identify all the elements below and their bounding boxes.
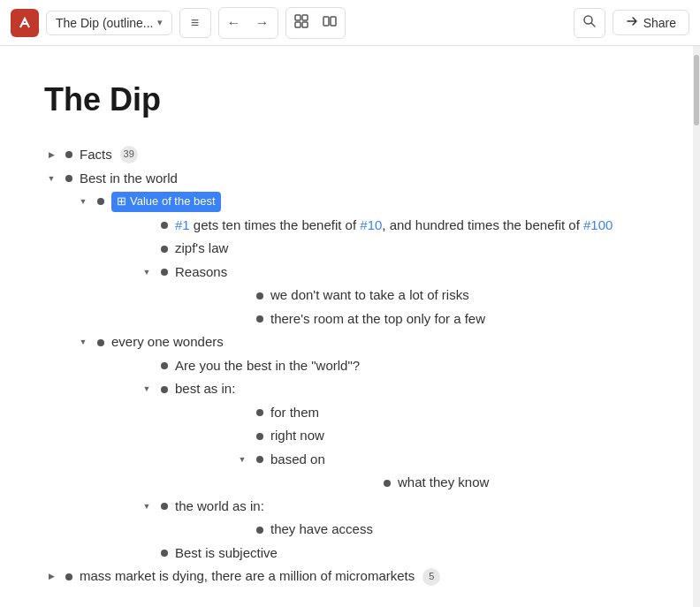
toggle-placeholder: [235, 289, 249, 303]
facts-text: Facts: [80, 145, 112, 165]
toggle-value-of-best[interactable]: [76, 194, 90, 209]
tree-item-for-them: for them: [140, 401, 658, 425]
link-hash10[interactable]: #10: [360, 217, 382, 232]
toggle-best-in-world[interactable]: [44, 171, 58, 186]
toggle-placeholder: [235, 523, 249, 537]
svg-rect-1: [295, 15, 301, 20]
toolbar-left: The Dip (outline... ▾ ≡ ← →: [11, 7, 567, 39]
menu-button[interactable]: ≡: [179, 8, 211, 38]
best-in-world-text: Best in the world: [80, 169, 178, 189]
tree-item-what-they-know: what they know: [235, 471, 658, 495]
bullet-no-risks: [256, 292, 263, 300]
bullet-world-as-in: [161, 503, 168, 510]
doc-title-button[interactable]: The Dip (outline... ▾: [46, 11, 172, 35]
svg-rect-2: [302, 15, 308, 20]
every-one-wonders-text: every one wonders: [111, 332, 224, 353]
chevron-down-icon: ▾: [157, 17, 163, 28]
bullet-what-they-know: [384, 480, 391, 487]
bullet-best-as-in: [161, 386, 168, 393]
view-mode-button-2[interactable]: [317, 11, 342, 35]
value-of-best-tag: ⊞ Value of the best: [111, 192, 221, 212]
forward-button[interactable]: →: [250, 11, 275, 35]
tree-row-best-subjective: Best is subjective: [140, 542, 658, 565]
right-now-text: right now: [270, 426, 324, 446]
tree-item-best-as-in: best as in: for them: [76, 377, 658, 495]
toggle-based-on[interactable]: [235, 452, 249, 467]
tree-item-are-you-best: Are you the best in the "world"?: [76, 354, 658, 378]
toggle-every-one-wonders[interactable]: [76, 336, 90, 350]
tree-item-right-now: right now: [140, 424, 658, 448]
search-icon: [582, 14, 597, 32]
they-have-access-text: they have access: [270, 520, 373, 540]
tree-row-room-at-top: there's room at the top only for a few: [235, 307, 658, 331]
tree-row-best-as-in: best as in:: [140, 377, 658, 401]
link-hash100[interactable]: #100: [583, 217, 612, 232]
children-every-one-wonders: Are you the best in the "world"? best as…: [76, 354, 658, 565]
toggle-placeholder: [140, 218, 154, 232]
tree-row-every-one-wonders: every one wonders: [76, 330, 658, 354]
bullet-zipfs-law: [161, 246, 168, 253]
page-container: The Dip Facts 39 Best in the world: [0, 46, 700, 607]
bullet-are-you-best: [161, 362, 168, 369]
bullet-right-now: [256, 433, 263, 440]
doc-title-text: The Dip (outline...: [56, 16, 154, 30]
no-risks-text: we don't want to take a lot of risks: [270, 285, 469, 306]
toggle-facts[interactable]: [44, 148, 58, 162]
tree-row-they-have-access: they have access: [235, 518, 658, 542]
tree-row-zipfs-law: zipf's law: [140, 237, 658, 261]
tree-item-every-one-wonders: every one wonders Are you the best in th…: [44, 330, 658, 565]
gets-ten-times-text: #1 gets ten times the benefit of #10, an…: [175, 216, 612, 236]
scrollbar-track: [693, 46, 700, 607]
share-button[interactable]: Share: [612, 10, 689, 35]
svg-rect-4: [302, 22, 308, 27]
world-as-in-text: the world as in:: [175, 497, 264, 517]
toggle-mass-market[interactable]: [44, 570, 58, 584]
toggle-best-as-in[interactable]: [140, 383, 154, 397]
toggle-world-as-in[interactable]: [140, 499, 154, 513]
scrollbar-thumb[interactable]: [694, 55, 699, 125]
tree-item-facts: Facts 39: [44, 143, 658, 167]
toggle-reasons[interactable]: [140, 265, 154, 279]
link-10[interactable]: #1: [175, 217, 190, 232]
toggle-placeholder: [235, 406, 249, 420]
tree-row-for-them: for them: [235, 401, 658, 425]
room-at-top-text: there's room at the top only for a few: [270, 309, 485, 330]
tree-row-gets-ten-times: #1 gets ten times the benefit of #10, an…: [140, 214, 658, 238]
content-area: The Dip Facts 39 Best in the world: [0, 46, 693, 607]
tree-item-no-risks: we don't want to take a lot of risks: [140, 284, 658, 307]
tree-row-no-risks: we don't want to take a lot of risks: [235, 284, 658, 307]
toggle-placeholder: [235, 429, 249, 444]
tree-row-right-now: right now: [235, 424, 658, 448]
view-mode-icon-2: [323, 14, 337, 31]
tree-item-room-at-top: there's room at the top only for a few: [140, 307, 658, 331]
share-icon: [626, 15, 638, 30]
tree-row-mass-market: mass market is dying, there are a millio…: [44, 565, 658, 588]
bullet-they-have-access: [256, 527, 263, 534]
tree-row-best-in-world: Best in the world: [44, 167, 658, 191]
tree-item-based-on: based on: [140, 448, 658, 495]
facts-badge: 39: [120, 146, 138, 163]
bullet-gets-ten-times: [161, 222, 168, 229]
forward-icon: →: [255, 15, 270, 31]
bullet-for-them: [256, 409, 263, 416]
bullet-reasons: [161, 269, 168, 276]
tree-row-are-you-best: Are you the best in the "world"?: [140, 354, 658, 378]
zipfs-law-text: zipf's law: [175, 239, 228, 259]
search-button[interactable]: [574, 8, 605, 38]
tree-row-based-on: based on: [235, 448, 658, 472]
toolbar: The Dip (outline... ▾ ≡ ← →: [0, 0, 700, 46]
value-of-best-text: Value of the best: [130, 193, 216, 211]
toggle-placeholder: [140, 359, 154, 373]
are-you-best-text: Are you the best in the "world"?: [175, 356, 360, 376]
tree-item-reasons: Reasons we don't want to take a lot of r…: [76, 261, 658, 331]
tree-item-they-have-access: they have access: [140, 518, 658, 542]
view-group: [285, 7, 346, 39]
nav-group: ← →: [218, 7, 278, 39]
children-world-as-in: they have access: [140, 518, 658, 542]
back-button[interactable]: ←: [222, 11, 247, 35]
view-mode-icon-1: [294, 14, 308, 31]
view-mode-button-1[interactable]: [289, 11, 314, 35]
tree-item-zipfs-law: zipf's law: [76, 237, 658, 261]
bullet-best-subjective: [161, 550, 168, 557]
children-reasons: we don't want to take a lot of risks the…: [140, 284, 658, 330]
